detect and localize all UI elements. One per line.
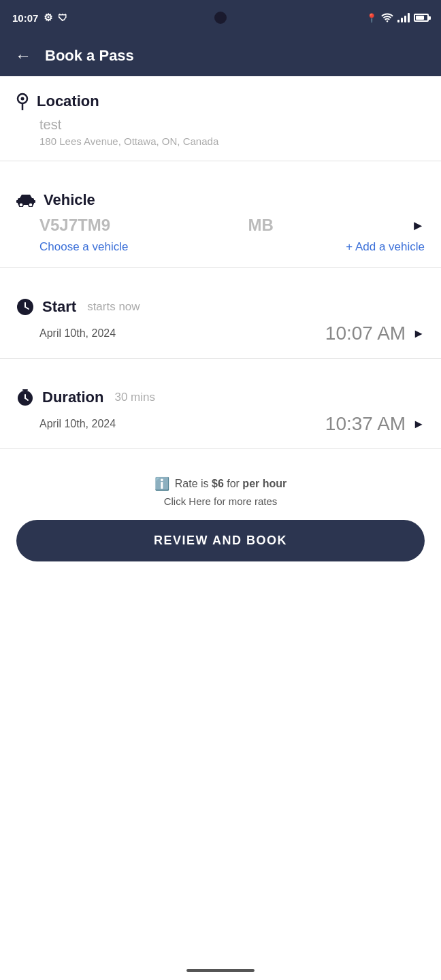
location-pin-icon [16, 93, 29, 110]
toolbar: ← Book a Pass [0, 35, 441, 76]
signal-bar-3 [404, 16, 406, 22]
vehicle-title: Vehicle [44, 191, 95, 209]
vehicle-plate: V5J7TM9 [39, 216, 110, 235]
divider-2 [0, 267, 441, 268]
start-time: 10:07 AM [325, 323, 406, 344]
vehicle-plate-row: V5J7TM9 MB ► [39, 216, 425, 235]
divider-3 [0, 358, 441, 359]
clock-icon [16, 298, 34, 316]
duration-date: April 10th, 2024 [39, 418, 116, 430]
battery-fill [416, 16, 424, 20]
location-address: 180 Lees Avenue, Ottawa, ON, Canada [39, 135, 425, 147]
start-status: starts now [87, 300, 140, 314]
location-header: Location [16, 93, 425, 110]
signal-bar-2 [401, 18, 403, 22]
bottom-bar-indicator [186, 969, 255, 972]
signal-bar-1 [397, 20, 399, 22]
back-arrow-icon: ← [15, 46, 31, 65]
svg-rect-16 [24, 389, 27, 391]
page-title: Book a Pass [45, 47, 134, 65]
more-rates-button[interactable]: Click Here for more rates [164, 495, 278, 507]
vehicle-section: Vehicle V5J7TM9 MB ► Choose a vehicle + … [0, 175, 441, 254]
rate-section: ℹ️ Rate is $6 for per hour Click Here fo… [0, 463, 441, 508]
start-datetime-row: April 10th, 2024 10:07 AM ► [16, 323, 425, 344]
shield-icon: 🛡 [58, 12, 67, 23]
duration-time-right: 10:37 AM ► [325, 413, 425, 435]
duration-section: Duration 30 mins April 10th, 2024 10:37 … [0, 372, 441, 435]
svg-rect-6 [16, 200, 18, 203]
book-button-container: REVIEW AND BOOK [0, 508, 441, 561]
svg-point-5 [29, 203, 33, 207]
location-body: test 180 Lees Avenue, Ottawa, ON, Canada [16, 117, 425, 147]
vehicle-header: Vehicle [16, 191, 425, 209]
svg-point-4 [19, 203, 23, 207]
start-date: April 10th, 2024 [39, 327, 116, 340]
back-button[interactable]: ← [12, 44, 34, 68]
duration-datetime-row: April 10th, 2024 10:37 AM ► [16, 413, 425, 435]
battery-icon [414, 14, 429, 22]
main-content: Location test 180 Lees Avenue, Ottawa, O… [0, 76, 441, 980]
wifi-icon [381, 13, 393, 22]
camera-dot-container [214, 12, 227, 24]
gear-icon: ⚙ [44, 12, 52, 24]
location-title: Location [37, 93, 99, 110]
location-pin-icon: 📍 [366, 13, 377, 23]
signal-bar-4 [408, 13, 410, 22]
duration-header-row: Duration 30 mins [42, 389, 155, 406]
bottom-bar [0, 961, 441, 980]
duration-chevron-icon[interactable]: ► [412, 417, 425, 431]
duration-time: 10:37 AM [325, 413, 406, 435]
start-header: Start starts now [16, 298, 425, 316]
vehicle-chevron-icon[interactable]: ► [411, 218, 425, 233]
svg-point-2 [21, 97, 24, 101]
rate-row: ℹ️ Rate is $6 for per hour [16, 476, 425, 491]
car-icon [16, 193, 35, 207]
duration-value: 30 mins [114, 391, 155, 404]
vehicle-region: MB [248, 216, 273, 235]
choose-vehicle-button[interactable]: Choose a vehicle [39, 240, 128, 254]
time-display: 10:07 [12, 12, 38, 24]
divider-4 [0, 448, 441, 449]
start-chevron-icon[interactable]: ► [412, 327, 425, 341]
start-time-right: 10:07 AM ► [325, 323, 425, 344]
start-header-row: Start starts now [42, 298, 140, 316]
status-bar: 10:07 ⚙ 🛡 📍 [0, 0, 441, 35]
duration-header: Duration 30 mins [16, 389, 425, 406]
divider-1 [0, 161, 441, 161]
rate-info-icon: ℹ️ [154, 476, 169, 491]
svg-rect-7 [33, 200, 35, 203]
status-bar-left: 10:07 ⚙ 🛡 [12, 12, 67, 24]
camera-dot [214, 12, 227, 24]
vehicle-body: V5J7TM9 MB ► Choose a vehicle + Add a ve… [16, 216, 425, 254]
signal-bars [397, 13, 410, 22]
rate-price: $6 [212, 478, 224, 489]
duration-icon [16, 389, 34, 406]
rate-unit: per hour [242, 478, 287, 489]
duration-title: Duration [42, 389, 103, 406]
location-section: Location test 180 Lees Avenue, Ottawa, O… [0, 76, 441, 147]
start-title: Start [42, 298, 76, 316]
start-section: Start starts now April 10th, 2024 10:07 … [0, 282, 441, 344]
location-name: test [39, 117, 425, 133]
rate-text: Rate is $6 for per hour [175, 478, 287, 490]
battery-body [414, 14, 429, 22]
rate-prefix: Rate is [175, 478, 212, 489]
add-vehicle-button[interactable]: + Add a vehicle [346, 240, 425, 254]
rate-for: for [224, 478, 243, 489]
vehicle-actions: Choose a vehicle + Add a vehicle [39, 240, 425, 254]
status-bar-right: 📍 [366, 13, 429, 23]
review-and-book-button[interactable]: REVIEW AND BOOK [16, 520, 425, 561]
